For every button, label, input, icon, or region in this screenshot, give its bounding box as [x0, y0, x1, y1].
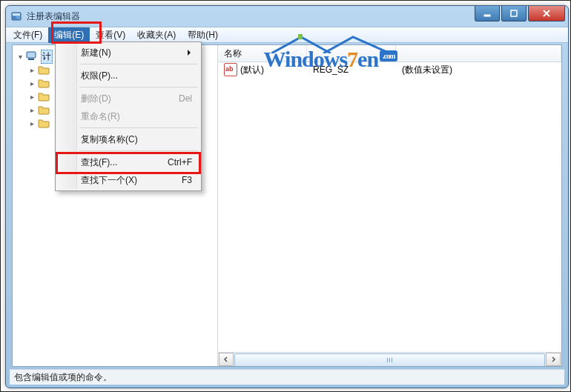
menu-item-label: 查找下一个(X): [81, 174, 137, 187]
menu-fav[interactable]: 收藏夹(A): [131, 27, 182, 43]
maximize-button[interactable]: [501, 6, 527, 21]
titlebar[interactable]: 注册表编辑器: [6, 6, 568, 27]
folder-icon: [38, 104, 50, 115]
string-value-icon: [224, 63, 237, 76]
folder-icon: [38, 91, 50, 102]
menu-item-shortcut: Del: [179, 93, 192, 104]
svg-rect-4: [484, 15, 490, 16]
svg-rect-8: [27, 52, 36, 58]
menu-item-label: 权限(P)...: [81, 70, 118, 82]
list-pane: 名称 (默认) REG_SZ (数值未设置): [218, 45, 561, 366]
menu-item[interactable]: 权限(P)...: [57, 67, 199, 84]
minimize-button[interactable]: [475, 6, 500, 21]
value-name: (默认): [240, 64, 264, 76]
regedit-icon: [10, 10, 22, 22]
value-type: REG_SZ: [307, 64, 396, 75]
menubar: 文件(F) 编辑(E) 查看(V) 收藏夹(A) 帮助(H): [6, 27, 568, 43]
menu-item[interactable]: 复制项名称(C): [57, 130, 199, 148]
menu-file[interactable]: 文件(F): [7, 27, 48, 43]
registry-editor-window: 注册表编辑器 文件(F) 编辑(E) 查看(V) 收藏夹(A) 帮助(H): [5, 5, 569, 388]
scroll-right-button[interactable]: [546, 353, 561, 366]
svg-rect-2: [13, 16, 16, 18]
menu-item[interactable]: 查找下一个(X)F3: [57, 171, 199, 189]
menu-item-shortcut: F3: [182, 175, 192, 185]
svg-rect-9: [28, 59, 34, 60]
column-type[interactable]: [307, 45, 396, 62]
expand-icon[interactable]: ▾: [16, 53, 24, 61]
menu-item-label: 重命名(R): [81, 110, 120, 123]
column-data[interactable]: [396, 45, 561, 62]
svg-rect-5: [511, 10, 517, 16]
menu-item: 删除(D)Del: [57, 90, 199, 107]
scroll-left-button[interactable]: [219, 353, 234, 366]
expand-icon[interactable]: ▸: [27, 119, 36, 127]
computer-icon: [26, 51, 38, 62]
menu-item-label: 查找(F)...: [81, 156, 117, 169]
menu-item-label: 复制项名称(C): [81, 133, 138, 146]
close-button[interactable]: [528, 6, 565, 21]
menu-item-label: 新建(N): [81, 47, 111, 59]
expand-icon[interactable]: ▸: [27, 106, 36, 114]
expand-icon[interactable]: ▸: [27, 93, 36, 101]
value-data: (数值未设置): [396, 64, 561, 76]
menu-item: 重命名(R): [57, 107, 199, 125]
menu-item-label: 删除(D): [81, 93, 111, 105]
tree-root-label[interactable]: 计: [41, 50, 53, 64]
statusbar: 包含编辑值或项的命令。: [10, 369, 564, 385]
menu-item[interactable]: 新建(N): [57, 44, 199, 62]
svg-rect-1: [13, 13, 20, 16]
menu-edit[interactable]: 编辑(E): [48, 27, 90, 43]
status-text: 包含编辑值或项的命令。: [14, 371, 112, 384]
svg-rect-3: [13, 18, 17, 19]
list-body[interactable]: (默认) REG_SZ (数值未设置): [218, 62, 561, 352]
expand-icon[interactable]: ▸: [27, 79, 36, 87]
folder-icon: [38, 64, 50, 75]
folder-icon: [38, 118, 50, 128]
column-name[interactable]: 名称: [218, 45, 307, 62]
window-title: 注册表编辑器: [27, 10, 80, 23]
list-row[interactable]: (默认) REG_SZ (数值未设置): [218, 62, 561, 77]
list-header[interactable]: 名称: [218, 45, 561, 62]
menu-item-shortcut: Ctrl+F: [168, 157, 192, 167]
folder-icon: [38, 78, 50, 88]
expand-icon[interactable]: ▸: [27, 66, 36, 74]
menu-view[interactable]: 查看(V): [90, 27, 131, 43]
horizontal-scrollbar[interactable]: [218, 352, 561, 366]
edit-dropdown: 新建(N)权限(P)...删除(D)Del重命名(R)复制项名称(C)查找(F)…: [55, 41, 202, 191]
menu-item[interactable]: 查找(F)...Ctrl+F: [57, 153, 199, 171]
scroll-thumb[interactable]: [234, 353, 545, 366]
menu-help[interactable]: 帮助(H): [182, 27, 224, 43]
